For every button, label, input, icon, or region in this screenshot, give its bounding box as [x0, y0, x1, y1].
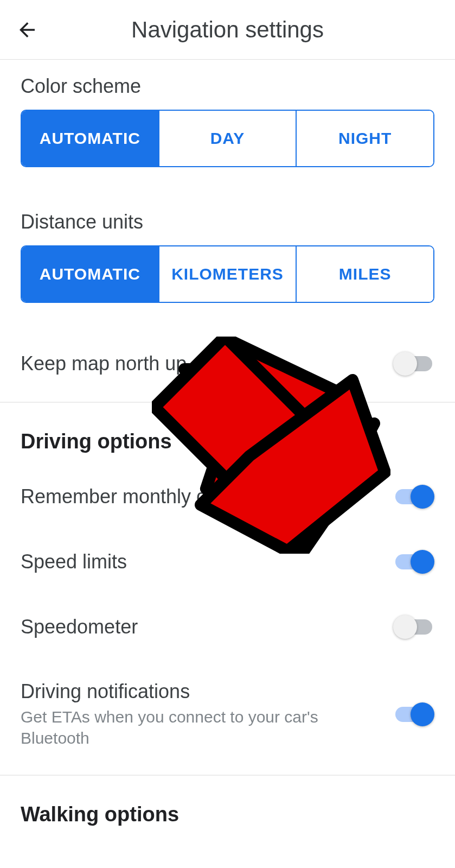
section-distance-units: Distance units AUTOMATIC KILOMETERS MILE…: [0, 195, 455, 303]
color-scheme-night[interactable]: NIGHT: [296, 111, 433, 166]
section-color-scheme: Color scheme AUTOMATIC DAY NIGHT: [0, 60, 455, 167]
walking-options-header: Walking options: [0, 776, 455, 837]
distance-units-kilometers[interactable]: KILOMETERS: [158, 246, 296, 302]
row-keep-map-north[interactable]: Keep map north up: [0, 331, 455, 396]
app-bar: Navigation settings: [0, 0, 455, 60]
back-button[interactable]: [11, 14, 43, 46]
color-scheme-label: Color scheme: [21, 60, 434, 110]
speed-limits-toggle[interactable]: [393, 550, 434, 574]
speedometer-label: Speedometer: [21, 616, 138, 638]
remember-monthly-driving-label: Remember monthly driving: [21, 485, 254, 508]
row-speedometer[interactable]: Speedometer: [0, 594, 455, 660]
arrow-left-icon: [16, 18, 39, 41]
speed-limits-label: Speed limits: [21, 550, 127, 573]
speedometer-toggle[interactable]: [393, 615, 434, 639]
remember-monthly-driving-toggle[interactable]: [393, 485, 434, 509]
distance-units-group: AUTOMATIC KILOMETERS MILES: [21, 245, 434, 303]
driving-notifications-label: Driving notifications: [21, 680, 324, 703]
driving-notifications-toggle[interactable]: [393, 702, 434, 726]
driving-options-header: Driving options: [0, 403, 455, 464]
keep-map-north-toggle[interactable]: [393, 352, 434, 376]
row-remember-monthly-driving[interactable]: Remember monthly driving: [0, 464, 455, 529]
color-scheme-group: AUTOMATIC DAY NIGHT: [21, 110, 434, 167]
keep-map-north-label: Keep map north up: [21, 352, 187, 375]
distance-units-miles[interactable]: MILES: [296, 246, 433, 302]
row-driving-notifications[interactable]: Driving notifications Get ETAs when you …: [0, 660, 455, 769]
distance-units-label: Distance units: [21, 195, 434, 245]
page-title: Navigation settings: [43, 17, 412, 43]
color-scheme-day[interactable]: DAY: [158, 111, 296, 166]
row-speed-limits[interactable]: Speed limits: [0, 529, 455, 594]
distance-units-automatic[interactable]: AUTOMATIC: [22, 246, 158, 302]
color-scheme-automatic[interactable]: AUTOMATIC: [22, 111, 158, 166]
driving-notifications-subtitle: Get ETAs when you connect to your car's …: [21, 706, 324, 749]
